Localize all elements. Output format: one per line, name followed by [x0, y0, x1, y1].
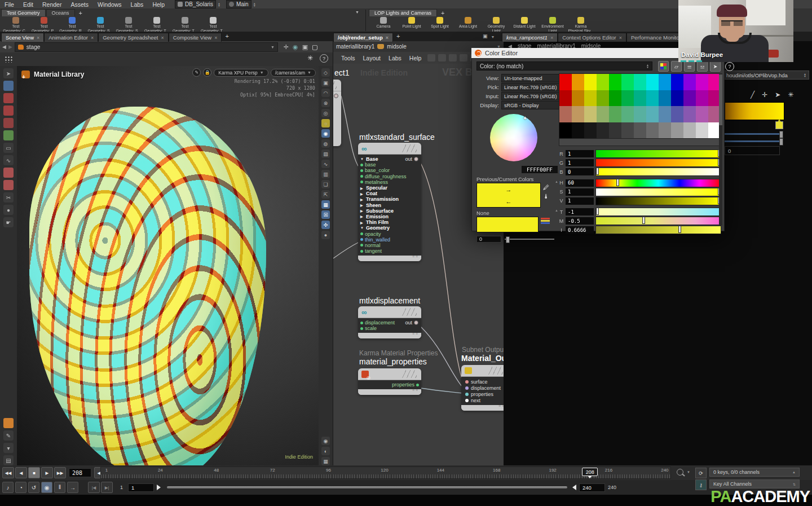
- palette-swatch[interactable]: [646, 74, 659, 90]
- shelf-tool[interactable]: TestGeometry: T...: [143, 16, 171, 31]
- view-adjust-icon[interactable]: ◇: [321, 68, 330, 77]
- add-network-tab-button[interactable]: +: [393, 33, 403, 42]
- magnet-b-icon[interactable]: [3, 180, 14, 190]
- menu-file[interactable]: File: [0, 1, 19, 8]
- scale-icon[interactable]: [3, 118, 14, 128]
- ramp-position-slider[interactable]: [725, 133, 783, 135]
- tab-context-options-editor[interactable]: Context Options Editor×: [558, 33, 626, 42]
- shelf-overflow-chevron-icon[interactable]: ▼: [355, 10, 359, 14]
- key-refresh-icon[interactable]: ⟳: [695, 468, 707, 478]
- palette-swatch[interactable]: [671, 122, 683, 139]
- input-diffuse_roughness[interactable]: diffuse_roughness: [360, 174, 421, 179]
- hand-tool-icon[interactable]: ☛: [3, 217, 14, 227]
- step-back-button[interactable]: ◀: [15, 467, 27, 478]
- range-start-field[interactable]: 1: [128, 483, 154, 492]
- lock-render-icon[interactable]: 🔒: [203, 68, 211, 77]
- view-dropdown[interactable]: Un-tone-mapped▼: [501, 74, 568, 82]
- timeline-ruler[interactable]: 124487296120144168192216240208: [100, 467, 671, 479]
- slider-value-field[interactable]: 0: [566, 168, 594, 175]
- shelf-tool[interactable]: Point Light: [398, 16, 426, 31]
- contrast-icon[interactable]: ◐: [321, 447, 330, 455]
- shelf-tray-icon[interactable]: [3, 418, 14, 428]
- node-mtlxstandard-surface[interactable]: ∞ ▼Basebasebase_colordiffuse_roughnessme…: [358, 143, 421, 261]
- slider-handle[interactable]: [642, 217, 645, 224]
- palette-swatch[interactable]: [584, 90, 597, 107]
- magnet-a-icon[interactable]: [3, 168, 14, 178]
- output-connector[interactable]: [414, 157, 418, 161]
- slider-mode-icon[interactable]: ⚌: [684, 61, 695, 72]
- palette-swatch[interactable]: [659, 90, 671, 107]
- zoom-timeline-icon[interactable]: [677, 469, 683, 476]
- slider-bar[interactable]: [595, 226, 721, 234]
- palette-empty-row[interactable]: [559, 139, 721, 146]
- range-next-key-button[interactable]: ▶|: [101, 482, 113, 493]
- wrench-icon[interactable]: [427, 54, 435, 61]
- shelf-tab-lop-lights[interactable]: LOP Lights and Cameras: [369, 9, 437, 16]
- tab-composite-view[interactable]: Composite View×: [169, 33, 222, 42]
- slider-value-field[interactable]: 1: [566, 188, 594, 196]
- palette-swatch[interactable]: [646, 106, 659, 122]
- nav-back-icon[interactable]: ◀: [2, 44, 6, 50]
- palette-swatch[interactable]: [572, 122, 584, 139]
- node-material-properties[interactable]: properties: [358, 368, 421, 395]
- slider-bar[interactable]: [595, 159, 721, 167]
- screen-pick-icon[interactable]: ▱: [671, 61, 682, 72]
- panes-icon[interactable]: ▥: [321, 170, 330, 178]
- lock-camera-icon[interactable]: ◠: [321, 89, 330, 97]
- palette-swatch[interactable]: [559, 106, 572, 122]
- input-metalness[interactable]: metalness: [360, 179, 421, 185]
- input-surface[interactable]: surface: [464, 379, 504, 385]
- menu-help[interactable]: Help: [148, 1, 169, 8]
- node-mtlxdisplacement[interactable]: ∞ displacementscale out: [358, 306, 421, 338]
- desktop-selector[interactable]: DB_Solaris: [175, 0, 216, 8]
- tree-layout-icon[interactable]: [438, 54, 446, 61]
- cut-tool-icon[interactable]: ✂: [3, 192, 14, 203]
- palette-swatch[interactable]: [634, 74, 646, 90]
- shelf-tool[interactable]: TestGeometry: R...: [58, 16, 86, 31]
- hda-path-field[interactable]: houdini/otls/OPlibVop.hda ▲▼: [723, 71, 809, 80]
- shelf-tool[interactable]: TestGeometry: T...: [171, 16, 199, 31]
- shelf-tool[interactable]: TestGeometry: S...: [86, 16, 114, 31]
- select-arrow-icon[interactable]: ➤: [3, 68, 14, 78]
- toolbar-drag-handle-icon[interactable]: [5, 56, 12, 63]
- palette-swatch[interactable]: [646, 90, 659, 107]
- sphere-tool-icon[interactable]: ●: [3, 205, 14, 215]
- param-section-thin-film[interactable]: ▶Thin Film: [360, 219, 421, 225]
- snapshot-frame-icon[interactable]: ▢: [312, 43, 317, 51]
- range-end-field[interactable]: 240: [579, 483, 605, 492]
- slider-bar[interactable]: [595, 168, 721, 176]
- output-connector[interactable]: [416, 384, 419, 386]
- palette-swatch[interactable]: [671, 74, 683, 90]
- palette-swatch[interactable]: [621, 74, 634, 90]
- range-start-handle[interactable]: [157, 485, 161, 490]
- mini-ramp-icon[interactable]: [541, 218, 550, 225]
- node-title-mtlxstandard-surface[interactable]: mtlxstandard_surface: [359, 133, 435, 142]
- clipped-node-title[interactable]: ect1: [334, 68, 349, 77]
- crosshair-icon[interactable]: ⊗: [321, 99, 330, 107]
- camera-icon[interactable]: ◉: [293, 43, 298, 51]
- palette-swatch[interactable]: [696, 74, 708, 90]
- shelf-tool[interactable]: Spot Light: [426, 16, 454, 31]
- keys-info-button[interactable]: 0 keys, 0/0 channels▲: [709, 468, 800, 477]
- playback-range-slider[interactable]: [167, 486, 567, 489]
- breadcrumb-materiallibrary1[interactable]: materiallibrary1: [336, 43, 374, 50]
- slider-bar[interactable]: [595, 149, 721, 158]
- menu-layout[interactable]: Layout: [360, 55, 385, 61]
- palette-swatch[interactable]: [572, 90, 584, 107]
- param-section-transmission[interactable]: ▶Transmission: [360, 196, 421, 202]
- curve-tool-icon[interactable]: ∿: [3, 155, 14, 165]
- desktop-spinner[interactable]: ▲▼: [218, 2, 220, 7]
- shelf-tool[interactable]: TestGeometry: T...: [199, 16, 227, 31]
- breadcrumb-midsole[interactable]: midsole: [387, 43, 406, 50]
- eye-icon[interactable]: ◉: [321, 437, 330, 445]
- shelf-tool[interactable]: TestGeometry: C...: [2, 16, 30, 31]
- close-icon[interactable]: ×: [550, 35, 553, 41]
- add-pane-tab-button[interactable]: +: [222, 33, 232, 42]
- input-tangent[interactable]: tangent: [360, 248, 421, 254]
- help-icon[interactable]: ?: [320, 54, 328, 63]
- palette-swatch[interactable]: [634, 106, 646, 122]
- palette-swatch[interactable]: [597, 90, 609, 107]
- slider-value-field[interactable]: 1: [566, 159, 594, 166]
- rotate-icon[interactable]: [3, 105, 14, 116]
- slider-bar[interactable]: [595, 197, 721, 205]
